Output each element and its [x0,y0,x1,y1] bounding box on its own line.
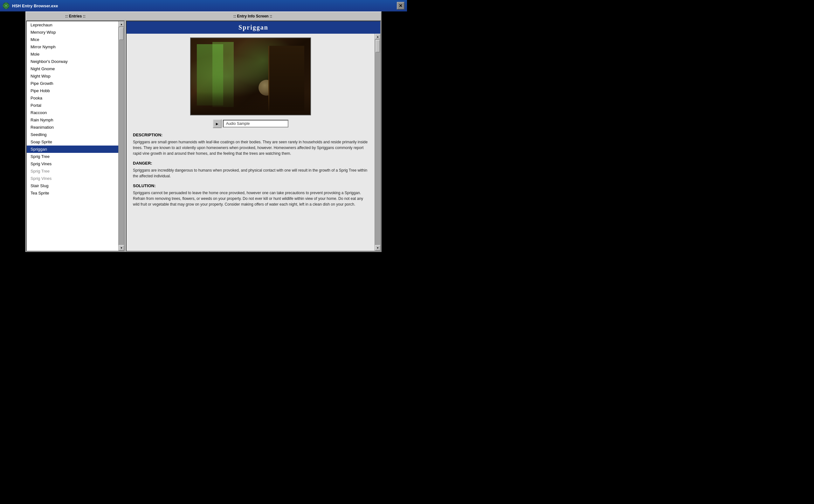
entry-title-bar: Spriggan [126,21,380,34]
svg-point-3 [5,5,7,6]
info-scroll-track [375,39,380,245]
list-item[interactable]: Sprig Tree [27,167,118,175]
main-window: :: Entries :: :: Entry Info Screen :: Le… [25,11,381,252]
list-item[interactable]: Rain Nymph [27,116,118,124]
list-item[interactable]: Sprig Tree [27,153,118,160]
audio-player: ▶ Audio Sample [133,119,368,128]
entry-image [190,37,311,115]
image-floor [191,92,310,115]
title-bar-title: HSH Entry Browser.exe [12,3,58,8]
scroll-down-button[interactable]: ▼ [119,245,124,251]
list-item[interactable]: Pooka [27,94,118,102]
entries-panel: Leprechaun Memory Wisp Mice Mirror Nymph… [26,21,125,251]
list-item[interactable]: Night Gnome [27,65,118,72]
info-scrollbar[interactable]: ▲ ▼ [374,34,380,251]
list-item[interactable]: Sprig Vines [27,175,118,182]
title-bar: HSH Entry Browser.exe ✕ [0,0,407,11]
solution-label: SOLUTION: [133,183,368,188]
close-button[interactable]: ✕ [397,2,404,10]
section-headers: :: Entries :: :: Entry Info Screen :: [26,12,381,21]
title-bar-left: HSH Entry Browser.exe [3,2,58,9]
list-item[interactable]: Mice [27,36,118,43]
list-item[interactable]: Stair Slug [27,182,118,189]
info-scroll-thumb[interactable] [375,40,380,52]
entries-list: Leprechaun Memory Wisp Mice Mirror Nymph… [27,21,118,251]
list-item[interactable]: Portal [27,102,118,109]
solution-text: Spriggans cannot be persuaded to leave t… [133,190,368,207]
play-button[interactable]: ▶ [213,119,222,128]
list-item[interactable]: Soap Sprite [27,138,118,146]
list-item[interactable]: Mirror Nymph [27,43,118,51]
solution-section: SOLUTION: Spriggans cannot be persuaded … [133,183,368,207]
list-item[interactable]: Seedling [27,131,118,138]
scroll-thumb[interactable] [119,27,124,40]
description-text: Spriggans are small green humanoids with… [133,139,368,156]
list-item[interactable]: Reanimation [27,124,118,131]
scroll-up-button[interactable]: ▲ [119,21,124,27]
list-item[interactable]: Raccoon [27,109,118,116]
list-item[interactable]: Night Wisp [27,72,118,80]
list-item[interactable]: Mole [27,51,118,58]
entries-section-header: :: Entries :: [26,14,125,18]
list-item[interactable]: Tea Sprite [27,189,118,197]
scroll-track [119,27,124,245]
info-scroll-up-button[interactable]: ▲ [375,34,380,39]
info-panel-inner: ▶ Audio Sample DESCRIPTION: Spriggans ar… [126,34,380,251]
list-item[interactable]: Sprig Vines [27,160,118,167]
list-item[interactable]: Leprechaun [27,21,118,29]
audio-label: Audio Sample [223,120,289,127]
list-item[interactable]: Pipe Hobb [27,87,118,94]
info-panel: Spriggan [126,21,381,251]
danger-section: DANGER: Spriggans are incredibly dangero… [133,161,368,179]
description-label: DESCRIPTION: [133,133,368,137]
danger-label: DANGER: [133,161,368,166]
list-item[interactable]: Neighbor's Doorway [27,58,118,65]
list-item-selected[interactable]: Spriggan [27,146,118,153]
content-area: Leprechaun Memory Wisp Mice Mirror Nymph… [26,21,381,251]
entries-scrollbar[interactable]: ▲ ▼ [118,21,124,251]
entry-image-container [133,37,368,115]
list-item[interactable]: Memory Wisp [27,29,118,36]
app-icon [3,2,10,9]
list-item[interactable]: Pipe Growth [27,80,118,87]
info-content: ▶ Audio Sample DESCRIPTION: Spriggans ar… [126,34,374,251]
entry-title: Spriggan [238,24,268,31]
info-scroll-down-button[interactable]: ▼ [375,245,380,251]
danger-text: Spriggans are incredibly dangerous to hu… [133,167,368,179]
entry-image-bg [191,38,310,115]
description-section: DESCRIPTION: Spriggans are small green h… [133,133,368,156]
info-section-header: :: Entry Info Screen :: [125,14,381,18]
